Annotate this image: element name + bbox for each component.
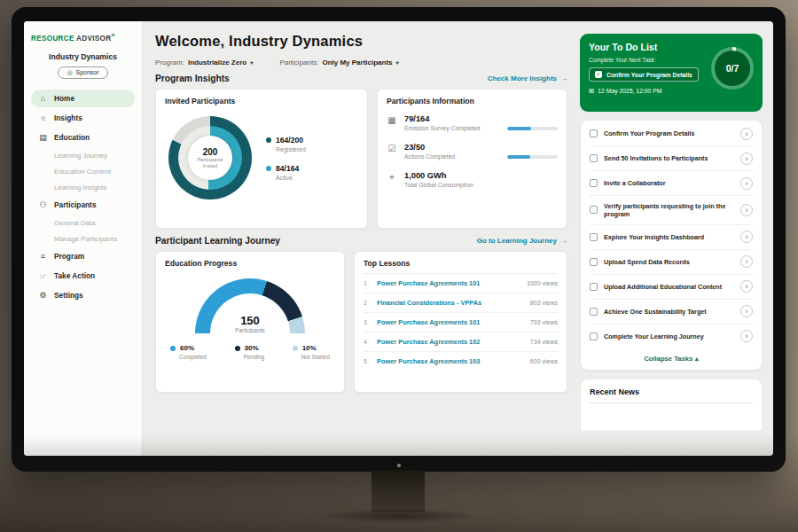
nav-label: Take Action — [54, 271, 95, 280]
page-title: Welcome, Industry Dynamics — [155, 33, 567, 50]
task-chevron-button[interactable]: › — [740, 153, 753, 165]
pending-dot — [235, 346, 240, 351]
completed-dot — [170, 346, 176, 351]
participants-filter[interactable]: Participants: Only My Participants ▾ — [279, 59, 398, 66]
legend-item-not-started: 10% Not Started — [293, 344, 330, 360]
arrow-right-icon: → — [560, 237, 567, 245]
lesson-link[interactable]: Power Purchase Agreements 102 — [377, 338, 523, 346]
gauge-center-value: 150 — [195, 314, 305, 327]
legend-item-active: 84/164 Active — [266, 164, 306, 181]
task-checkbox[interactable] — [590, 283, 598, 291]
task-checkbox[interactable] — [590, 154, 598, 162]
go-to-learning-journey-link[interactable]: Go to Learning Journey → — [477, 237, 567, 245]
nav-label: Settings — [54, 291, 83, 300]
sponsor-label: Sponsor — [76, 69, 99, 75]
task-chevron-button[interactable]: › — [740, 255, 753, 268]
todo-summary-card: Your To Do List Complete Your Next Task:… — [580, 34, 763, 112]
lesson-rank: 5 — [364, 358, 370, 364]
registered-value: 164/200 — [276, 136, 303, 145]
stat-label: Total Global Consumption — [404, 182, 473, 189]
gauge-center: 150 Participants — [195, 314, 305, 333]
not-started-dot — [293, 346, 298, 351]
lesson-link[interactable]: Power Purchase Agreements 101 — [377, 279, 520, 287]
task-row-upload-educational-content[interactable]: Upload Additional Educational Content › — [590, 275, 753, 300]
gauge-center-label: Participants — [195, 327, 305, 333]
task-chevron-button[interactable]: › — [740, 204, 753, 216]
donut-center-value: 200 — [203, 147, 218, 157]
task-chevron-button[interactable]: › — [740, 128, 753, 140]
progress-bar — [507, 155, 558, 159]
sidebar-item-program[interactable]: ≡ Program — [31, 247, 135, 265]
todo-panel: Your To Do List Complete Your Next Task:… — [576, 21, 773, 456]
chevron-up-icon: ▴ — [695, 356, 699, 362]
task-row-explore-insights[interactable]: Explore Your Insights Dashboard › — [590, 225, 753, 250]
task-checkbox[interactable] — [590, 233, 598, 241]
task-checkbox[interactable] — [590, 332, 598, 340]
logo-text-advisor: ADVISOR — [76, 35, 111, 43]
lesson-link[interactable]: Power Purchase Agreements 101 — [377, 318, 523, 326]
task-chevron-button[interactable]: › — [740, 177, 753, 190]
task-row-confirm-program[interactable]: Confirm Your Program Details › — [590, 121, 753, 146]
task-checkbox[interactable] — [590, 258, 598, 266]
next-task-chip[interactable]: ✓ Confirm Your Program Details — [589, 67, 699, 82]
task-row-verify-participants[interactable]: Verify participants requesting to join t… — [590, 196, 753, 225]
donut-center: 200 Participants Invited — [188, 136, 232, 180]
active-label: Active — [276, 175, 306, 181]
divider — [590, 403, 753, 403]
sidebar-item-learning-journey[interactable]: Learning Journey — [31, 148, 135, 163]
chevron-right-icon: › — [746, 257, 748, 266]
sponsor-badge[interactable]: ◎ Sponsor — [58, 66, 107, 79]
sidebar-item-participants[interactable]: ⚇ Participants — [31, 196, 135, 214]
task-chevron-button[interactable]: › — [740, 280, 753, 293]
task-row-complete-learning-journey[interactable]: Complete Your Learning Journey › — [590, 325, 753, 348]
sidebar-item-learning-insights[interactable]: Learning Insights — [31, 180, 135, 195]
task-checkbox[interactable] — [590, 308, 598, 316]
progress-fill — [507, 127, 531, 130]
registered-dot — [266, 137, 271, 143]
task-chevron-button[interactable]: › — [740, 330, 753, 342]
legend-item-pending: 30% Pending — [235, 344, 264, 360]
task-row-send-invitations[interactable]: Send 50 Invitations to Participants › — [590, 146, 753, 171]
sidebar-item-settings[interactable]: ⚙ Settings — [31, 286, 135, 304]
stat-value: 1,000 GWh — [404, 171, 473, 180]
calendar-icon: ⊞ — [589, 87, 594, 95]
filters-row: Program: Industrialize Zero ▾ Participan… — [155, 59, 567, 66]
check-more-insights-link[interactable]: Check More Insights → — [488, 74, 567, 82]
lesson-link[interactable]: Financial Considerations - VPPAs — [377, 299, 523, 307]
nav-label: Home — [54, 94, 74, 103]
collapse-tasks-link[interactable]: Collapse Tasks▴ — [590, 348, 753, 370]
stat-emission-survey: ▦ 79/164 Emission Survey Completed — [387, 106, 558, 134]
sidebar-item-insights[interactable]: ☼ Insights — [31, 109, 135, 127]
task-checkbox[interactable] — [590, 129, 598, 137]
task-checkbox[interactable] — [590, 206, 598, 214]
lesson-views: 793 views — [530, 319, 558, 325]
task-chevron-button[interactable]: › — [740, 231, 753, 243]
sidebar-item-take-action[interactable]: ☞ Take Action — [31, 267, 135, 285]
sidebar-item-manage-participants[interactable]: Manage Participants — [31, 231, 135, 246]
nav-label: Program — [54, 252, 84, 261]
sidebar-item-education[interactable]: ▤ Education — [31, 129, 135, 146]
app-logo: RESOURCE ADVISOR+ — [31, 32, 135, 43]
task-label: Verify participants requesting to join t… — [604, 202, 734, 219]
sidebar-item-general-data[interactable]: General Data — [31, 215, 135, 231]
chevron-right-icon: › — [746, 282, 748, 291]
link-label: Go to Learning Journey — [477, 237, 557, 245]
sidebar-item-education-content[interactable]: Education Content — [31, 164, 135, 179]
sidebar-item-home[interactable]: ⌂ Home — [31, 90, 135, 107]
program-filter[interactable]: Program: Industrialize Zero ▾ — [155, 59, 253, 66]
collapse-label: Collapse Tasks — [644, 355, 692, 363]
next-task-label: Confirm Your Program Details — [606, 72, 692, 78]
nav-label: Education — [54, 133, 90, 142]
task-checkbox[interactable] — [590, 179, 598, 187]
task-chevron-button[interactable]: › — [740, 305, 753, 317]
learning-journey-cards: Education Progress 150 Participants — [155, 251, 567, 393]
section-title: Program Insights — [155, 74, 230, 83]
lesson-row: 4 Power Purchase Agreements 102 734 view… — [364, 332, 558, 352]
task-row-invite-collaborator[interactable]: Invite a Collaborator › — [590, 171, 753, 196]
lesson-row: 1 Power Purchase Agreements 101 1000 vie… — [364, 274, 558, 293]
chevron-right-icon: › — [746, 232, 748, 241]
task-row-upload-spend-data[interactable]: Upload Spend Data Records › — [590, 250, 753, 275]
lesson-link[interactable]: Power Purchase Agreements 103 — [377, 357, 523, 365]
lesson-rank: 1 — [364, 280, 370, 286]
task-row-achieve-target[interactable]: Achieve One Sustainability Target › — [590, 300, 753, 325]
